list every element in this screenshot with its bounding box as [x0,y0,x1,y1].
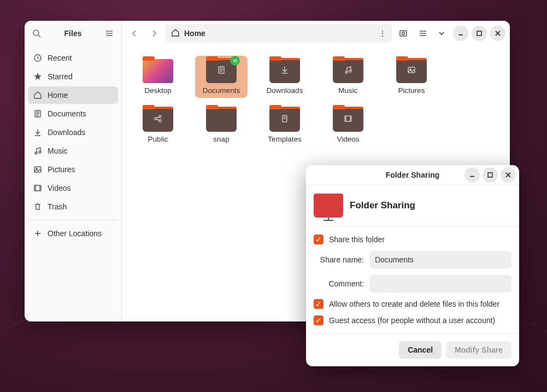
sidebar-header: Files [25,21,121,46]
dialog-title: Folder Sharing [386,171,440,179]
list-view-icon[interactable] [415,25,431,42]
clock-icon [33,54,42,62]
dialog-close-button[interactable] [501,167,516,183]
folder-public[interactable]: Public [132,104,184,147]
search-toolbar-icon[interactable] [395,25,411,42]
sidebar-items: RecentStarredHomeDocumentsDownloadsMusic… [25,46,121,245]
home-icon [33,91,42,100]
minimize-button[interactable] [453,26,468,41]
network-folder-icon [314,194,343,218]
folder-documents[interactable]: ⟲Documents [195,56,248,98]
svg-point-44 [159,120,161,122]
sidebar-item-label: Other Locations [48,229,102,238]
shared-badge-icon: ⟲ [230,56,240,66]
folder-label: Desktop [144,86,172,95]
sidebar-item-trash[interactable]: Trash [28,198,118,215]
sidebar: Files RecentStarredHomeDocumentsDownload… [25,21,122,321]
folder-snap[interactable]: snap [195,104,248,147]
svg-line-1 [38,35,40,37]
svg-point-0 [33,30,39,36]
sidebar-item-starred[interactable]: Starred [28,68,118,85]
sidebar-item-music[interactable]: Music [28,142,118,160]
cancel-button[interactable]: Cancel [399,341,442,359]
folder-downloads[interactable]: Downloads [258,56,311,98]
sidebar-item-downloads[interactable]: Downloads [28,124,118,141]
folder-icon [269,59,300,83]
folder-desktop[interactable]: Desktop [132,56,184,98]
share-name-input[interactable] [369,251,511,268]
video-icon [33,184,42,192]
path-bar[interactable]: Home ⋮ [166,24,392,43]
back-button[interactable] [126,25,143,42]
comment-label: Comment: [314,279,364,288]
sidebar-item-label: Home [48,91,68,100]
folder-icon [206,108,237,132]
svg-point-39 [349,70,351,72]
dialog-footer: Cancel Modify Share [306,334,519,366]
svg-point-14 [39,151,41,153]
sidebar-item-recent[interactable]: Recent [28,49,118,67]
checkbox-allow-others[interactable]: ✓ [314,299,324,309]
download-icon [33,128,42,137]
sidebar-item-other-locations[interactable]: Other Locations [28,225,118,242]
modify-share-button[interactable]: Modify Share [446,341,511,359]
folder-grid: Desktop⟲DocumentsDownloadsMusicPicturesP… [122,46,510,156]
folder-label: Downloads [267,86,303,95]
picture-icon [33,165,42,174]
dialog-minimize-button[interactable] [464,167,480,183]
star-icon [33,72,42,81]
sidebar-item-label: Videos [48,184,71,192]
dialog-header: Folder Sharing [306,165,519,185]
folder-pictures[interactable]: Pictures [385,56,438,98]
sidebar-item-label: Music [48,147,68,155]
folder-label: Pictures [398,86,425,95]
search-icon[interactable] [29,26,44,41]
folder-templates[interactable]: Templates [258,104,311,147]
folder-music[interactable]: Music [322,56,374,98]
share-name-label: Share name: [314,255,364,264]
music-icon [33,147,42,155]
folder-icon [143,108,173,132]
path-more-icon[interactable]: ⋮ [379,29,386,38]
desktop-folder-icon [143,59,173,83]
share-this-row[interactable]: ✓ Share this folder [314,235,511,244]
svg-line-45 [157,117,159,118]
sidebar-item-documents[interactable]: Documents [28,105,118,122]
sidebar-item-videos[interactable]: Videos [28,179,118,197]
trash-icon [33,202,42,211]
dialog-form: ✓ Share this folder Share name: Comment:… [306,227,519,334]
view-options-icon[interactable] [433,25,450,42]
path-label: Home [184,29,205,38]
folder-icon: ⟲ [206,59,237,83]
forward-button[interactable] [146,25,162,42]
dialog-heading: Folder Sharing [350,200,415,211]
sidebar-item-label: Recent [48,54,72,62]
maximize-button[interactable] [472,26,487,41]
svg-rect-29 [477,31,481,36]
svg-point-38 [345,71,348,73]
allow-others-row[interactable]: ✓ Allow others to create and delete file… [314,299,511,309]
dialog-heading-row: Folder Sharing [306,185,519,227]
home-icon [171,28,180,39]
checkbox-share-this[interactable]: ✓ [314,235,324,244]
folder-label: Public [148,135,168,143]
hamburger-icon[interactable] [102,26,117,41]
sidebar-item-label: Trash [48,202,67,211]
sidebar-item-pictures[interactable]: Pictures [28,161,118,178]
sidebar-item-label: Starred [48,72,73,81]
folder-videos[interactable]: Videos [322,104,374,147]
comment-input[interactable] [369,275,511,292]
folder-icon [396,59,427,83]
share-this-label: Share this folder [329,235,385,244]
close-button[interactable] [490,26,505,41]
dialog-maximize-button[interactable] [483,167,498,183]
guest-access-row[interactable]: ✓ Guest access (for people without a use… [314,315,511,325]
checkbox-guest-access[interactable]: ✓ [314,315,324,325]
sidebar-item-label: Downloads [48,128,85,137]
folder-sharing-dialog: Folder Sharing Folder Sharing ✓ Share th… [306,165,519,366]
sidebar-item-label: Documents [48,109,86,118]
folder-label: Videos [337,135,359,143]
sidebar-item-home[interactable]: Home [28,86,118,104]
svg-rect-23 [400,31,407,36]
svg-point-13 [35,152,37,154]
